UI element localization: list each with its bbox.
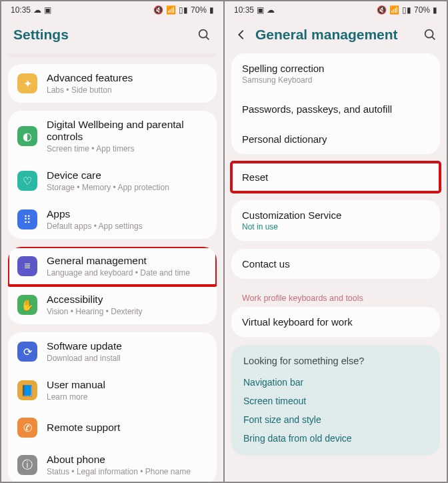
- settings-group: Virtual keyboard for work: [231, 307, 440, 337]
- status-bar: 10:35 ▣ ☁ 🔇 📶 ▯▮ 70% ▮: [225, 1, 447, 17]
- item-subtitle: Not in use: [242, 222, 429, 231]
- row-subtitle: Download and install: [47, 354, 122, 363]
- search-icon[interactable]: [423, 27, 437, 42]
- virtual-keyboard-work[interactable]: Virtual keyboard for work: [231, 307, 440, 337]
- header: General management: [225, 17, 447, 53]
- reset[interactable]: Reset: [231, 162, 440, 192]
- personal-dictionary[interactable]: Personal dictionary: [231, 124, 440, 154]
- customization-service[interactable]: Customization ServiceNot in use: [231, 200, 440, 241]
- item-subtitle: Samsung Keyboard: [242, 75, 429, 85]
- settings-group: Spelling correctionSamsung KeyboardPassw…: [231, 53, 440, 154]
- item-label: Contact us: [242, 258, 429, 270]
- wifi-icon: 📶: [389, 5, 399, 15]
- software-update-icon: ⟳: [17, 342, 37, 362]
- back-icon[interactable]: [234, 27, 249, 42]
- status-time: 10:35: [234, 5, 254, 15]
- row-title: Apps: [47, 208, 143, 220]
- screen-timeout-link[interactable]: Screen timeout: [243, 392, 428, 410]
- advanced-features[interactable]: ✦Advanced featuresLabs • Side button: [8, 64, 217, 103]
- accessibility[interactable]: ✋AccessibilityVision • Hearing • Dexteri…: [8, 286, 217, 324]
- battery-icon: ▮: [433, 5, 437, 15]
- item-label: Spelling correction: [242, 63, 429, 74]
- general-management-screen: 10:35 ▣ ☁ 🔇 📶 ▯▮ 70% ▮ General managemen…: [225, 1, 447, 482]
- svg-line-1: [206, 37, 209, 39]
- page-title: General management: [255, 27, 398, 43]
- battery-text: 70%: [191, 5, 207, 15]
- page-title: Settings: [13, 27, 69, 43]
- search-icon[interactable]: [197, 27, 211, 42]
- device-care-icon: ♡: [17, 171, 37, 191]
- settings-group: ◐Digital Wellbeing and parental controls…: [8, 111, 217, 239]
- settings-group: ⟳Software updateDownload and install📘Use…: [8, 332, 217, 482]
- spelling-correction[interactable]: Spelling correctionSamsung Keyboard: [231, 53, 440, 94]
- remote-support[interactable]: ✆Remote support: [8, 410, 217, 446]
- row-title: About phone: [47, 454, 191, 466]
- font-size-link[interactable]: Font size and style: [243, 410, 428, 429]
- settings-screen: 10:35 ☁ ▣ 🔇 📶 ▯▮ 70% ▮ Settings ✦Advance…: [1, 1, 223, 482]
- row-title: Advanced features: [47, 72, 133, 84]
- battery-text: 70%: [414, 5, 430, 15]
- apps-icon: ⠿: [17, 209, 37, 229]
- looking-for-box: Looking for something else?Navigation ba…: [231, 345, 440, 456]
- user-manual[interactable]: 📘User manualLearn more: [8, 371, 217, 410]
- settings-group: Contact us: [231, 249, 440, 279]
- cloud-icon: ☁: [267, 5, 275, 15]
- settings-group: Customization ServiceNot in use: [231, 200, 440, 241]
- row-subtitle: Storage • Memory • App protection: [47, 183, 169, 192]
- header: Settings: [1, 17, 223, 53]
- wellbeing-icon: ◐: [17, 126, 37, 146]
- apps[interactable]: ⠿AppsDefault apps • App settings: [8, 200, 217, 239]
- row-title: Device care: [47, 169, 169, 181]
- row-title: Software update: [47, 340, 122, 352]
- svg-point-2: [425, 30, 433, 38]
- digital-wellbeing[interactable]: ◐Digital Wellbeing and parental controls…: [8, 111, 217, 161]
- row-title: General management: [47, 255, 190, 267]
- row-title: Accessibility: [47, 294, 143, 306]
- row-title: Remote support: [47, 422, 120, 434]
- image-icon: ▣: [44, 5, 51, 15]
- row-subtitle: Screen time • App timers: [47, 144, 207, 153]
- settings-group: ✦Advanced featuresLabs • Side button: [8, 64, 217, 103]
- mute-icon: 🔇: [153, 5, 163, 15]
- contact-us[interactable]: Contact us: [231, 249, 440, 279]
- general-management-icon: ≡: [17, 256, 37, 276]
- remote-support-icon: ✆: [17, 418, 37, 438]
- item-label: Personal dictionary: [242, 133, 429, 145]
- item-label: Virtual keyboard for work: [242, 316, 429, 328]
- signal-icon: ▯▮: [179, 5, 188, 15]
- settings-group: ≡General managementLanguage and keyboard…: [8, 247, 217, 324]
- bring-data-link[interactable]: Bring data from old device: [243, 429, 428, 448]
- item-label: Passwords, passkeys, and autofill: [242, 103, 429, 115]
- row-title: User manual: [47, 379, 105, 391]
- status-bar: 10:35 ☁ ▣ 🔇 📶 ▯▮ 70% ▮: [1, 1, 223, 17]
- star-icon: ✦: [17, 73, 37, 93]
- about-phone-icon: ⓘ: [17, 455, 37, 475]
- row-subtitle: Learn more: [47, 392, 105, 402]
- work-profile-header: Work profile keyboards and tools: [231, 287, 440, 307]
- signal-icon: ▯▮: [402, 5, 411, 15]
- row-subtitle: Status • Legal information • Phone name: [47, 467, 191, 476]
- device-care[interactable]: ♡Device careStorage • Memory • App prote…: [8, 161, 217, 200]
- general-management[interactable]: ≡General managementLanguage and keyboard…: [8, 247, 217, 286]
- svg-point-0: [199, 30, 207, 38]
- row-subtitle: Language and keyboard • Date and time: [47, 268, 190, 278]
- passwords-passkeys[interactable]: Passwords, passkeys, and autofill: [231, 94, 440, 124]
- row-subtitle: Labs • Side button: [47, 85, 133, 95]
- cloud-icon: ☁: [33, 5, 41, 15]
- row-subtitle: Vision • Hearing • Dexterity: [47, 307, 143, 316]
- wifi-icon: 📶: [166, 5, 176, 15]
- nav-bar-link[interactable]: Navigation bar: [243, 373, 428, 392]
- settings-group: Reset: [231, 162, 440, 192]
- image-icon: ▣: [257, 5, 264, 15]
- battery-icon: ▮: [209, 5, 214, 15]
- mute-icon: 🔇: [377, 5, 387, 15]
- row-subtitle: Default apps • App settings: [47, 221, 143, 231]
- status-time: 10:35: [11, 5, 31, 15]
- about-phone[interactable]: ⓘAbout phoneStatus • Legal information •…: [8, 446, 217, 482]
- svg-line-3: [432, 37, 435, 39]
- item-label: Reset: [242, 171, 429, 183]
- looking-title: Looking for something else?: [243, 356, 428, 366]
- software-update[interactable]: ⟳Software updateDownload and install: [8, 332, 217, 371]
- accessibility-icon: ✋: [17, 295, 37, 315]
- user-manual-icon: 📘: [17, 380, 37, 400]
